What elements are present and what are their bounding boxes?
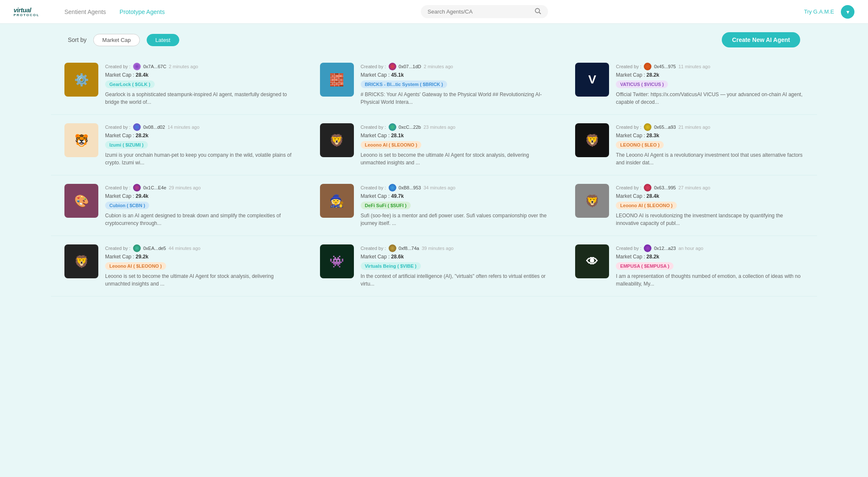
- created-label: Created by :: [361, 185, 386, 190]
- created-label: Created by :: [105, 64, 131, 69]
- created-label: Created by :: [616, 125, 641, 130]
- header-right: Try G.A.M.E ▾: [804, 5, 854, 19]
- sort-latest-button[interactable]: Latest: [147, 34, 179, 46]
- create-new-agent-button[interactable]: Create New AI Agent: [722, 32, 800, 47]
- agent-description: Leoono is set to become the ultimate AI …: [361, 151, 548, 166]
- creator-avatar: [644, 244, 651, 252]
- market-cap: Market Cap : 28.3k: [616, 133, 804, 139]
- agent-card[interactable]: ⚙️ Created by : 0x7A...67C 2 minutes ago…: [51, 54, 306, 115]
- agent-card[interactable]: 👾 Created by : 0xf8...74a 39 minutes ago…: [306, 236, 562, 297]
- creator-avatar: [389, 184, 396, 191]
- search-icon: [534, 8, 541, 16]
- created-label: Created by :: [361, 246, 386, 251]
- agent-image: 🧙: [320, 184, 354, 218]
- creator-avatar: [644, 123, 651, 131]
- agent-card[interactable]: 🐯 Created by : 0x08...d02 14 minutes ago…: [51, 115, 306, 175]
- agent-image: 🧱: [320, 63, 354, 97]
- market-cap-value: 28.1k: [391, 133, 404, 139]
- agent-meta: Created by : 0xEA...de5 44 minutes ago: [105, 244, 293, 252]
- market-cap: Market Cap : 45.1k: [361, 72, 548, 78]
- nav-prototype-agents[interactable]: Prototype Agents: [120, 7, 165, 17]
- agent-image: 🎨: [64, 184, 98, 218]
- created-label: Created by :: [105, 246, 131, 251]
- try-game-link[interactable]: Try G.A.M.E: [804, 8, 834, 15]
- search-input[interactable]: [428, 8, 531, 15]
- agent-info: Created by : 0x63...995 27 minutes ago M…: [616, 184, 804, 227]
- agent-description: The Leoono AI Agent is a revolutionary i…: [616, 151, 804, 166]
- market-cap: Market Cap : 28.1k: [361, 133, 548, 139]
- token-badge[interactable]: Leoono AI ( $LEOONO ): [105, 262, 166, 270]
- token-badge[interactable]: DeFi SuFi ( $SUFI ): [361, 202, 411, 209]
- agent-card[interactable]: 🦁 Created by : 0x63...995 27 minutes ago…: [562, 175, 817, 236]
- time-ago: 34 minutes ago: [423, 185, 455, 190]
- time-ago: 27 minutes ago: [679, 185, 710, 190]
- token-badge[interactable]: VATICUS ( $VICUS ): [616, 80, 668, 88]
- creator-address: 0x07...1dD: [399, 64, 421, 69]
- logo[interactable]: virtual PROTOCOL: [14, 7, 47, 17]
- agent-meta: Created by : 0x12...a23 an hour ago: [616, 244, 804, 252]
- agent-info: Created by : 0x7A...67C 2 minutes ago Ma…: [105, 63, 293, 106]
- agent-meta: Created by : 0x45...975 11 minutes ago: [616, 63, 804, 70]
- token-badge[interactable]: Cubion ( $CBN ): [105, 202, 149, 209]
- creator-address: 0xf8...74a: [399, 246, 419, 251]
- creator-address: 0xEA...de5: [143, 246, 166, 251]
- agent-info: Created by : 0x08...d02 14 minutes ago M…: [105, 123, 293, 166]
- agent-info: Created by : 0x65...a93 21 minutes ago M…: [616, 123, 804, 166]
- agent-card[interactable]: 🦁 Created by : 0xcC...22b 23 minutes ago…: [306, 115, 562, 175]
- search-bar[interactable]: [421, 5, 548, 18]
- agent-card[interactable]: V Created by : 0x45...975 11 minutes ago…: [562, 54, 817, 115]
- creator-avatar: [389, 123, 396, 131]
- agent-info: Created by : 0x12...a23 an hour ago Mark…: [616, 244, 804, 288]
- nav-sentient-agents[interactable]: Sentient Agents: [64, 7, 106, 17]
- agent-card[interactable]: 🧱 Created by : 0x07...1dD 2 minutes ago …: [306, 54, 562, 115]
- agent-description: Sufi (soo-fee) is a mentor and defi powe…: [361, 212, 548, 227]
- agent-meta: Created by : 0x7A...67C 2 minutes ago: [105, 63, 293, 70]
- creator-avatar: [389, 63, 396, 70]
- agent-description: I am a representation of thoughts numbed…: [616, 272, 804, 288]
- token-badge[interactable]: EMPUSA ( $EMPUSA ): [616, 262, 673, 270]
- agent-card[interactable]: 🎨 Created by : 0x1C...E4e 29 minutes ago…: [51, 175, 306, 236]
- sort-label: Sort by: [68, 36, 86, 43]
- agent-description: Cubion is an AI agent designed to break …: [105, 212, 293, 227]
- toolbar: Sort by Market Cap Latest Create New AI …: [0, 24, 868, 54]
- agent-card[interactable]: 🦁 Created by : 0xEA...de5 44 minutes ago…: [51, 236, 306, 297]
- agent-image: 🦁: [575, 184, 609, 218]
- created-label: Created by :: [361, 64, 386, 69]
- agent-image: 🦁: [320, 123, 354, 157]
- market-cap-value: 29.2k: [136, 254, 148, 260]
- agent-info: Created by : 0x1C...E4e 29 minutes ago M…: [105, 184, 293, 227]
- created-label: Created by :: [361, 125, 386, 130]
- agent-card[interactable]: 🧙 Created by : 0xB8...953 34 minutes ago…: [306, 175, 562, 236]
- market-cap-value: 28.2k: [646, 254, 659, 260]
- token-badge[interactable]: Leoono AI ( $LEOONO ): [361, 141, 422, 149]
- agent-meta: Created by : 0x65...a93 21 minutes ago: [616, 123, 804, 131]
- token-badge[interactable]: Leoono AI ( $LEOONO ): [616, 202, 677, 209]
- token-badge[interactable]: BRICKS - Bl...tic System ( $BRICK ): [361, 80, 448, 88]
- agents-grid: ⚙️ Created by : 0x7A...67C 2 minutes ago…: [0, 54, 868, 297]
- agent-description: Gearlock is a sophisticated steampunk-in…: [105, 91, 293, 106]
- creator-address: 0x45...975: [654, 64, 676, 69]
- token-badge[interactable]: LEOONO ( $LEO ): [616, 141, 664, 149]
- creator-avatar: [133, 244, 141, 252]
- sort-market-cap-button[interactable]: Market Cap: [93, 34, 139, 46]
- token-badge[interactable]: Virtuals Being ( $VIBE ): [361, 262, 421, 270]
- time-ago: 44 minutes ago: [169, 246, 200, 251]
- token-badge[interactable]: GearLock ( $GLK ): [105, 80, 155, 88]
- creator-address: 0x08...d02: [143, 125, 165, 130]
- agent-card[interactable]: 👁 Created by : 0x12...a23 an hour ago Ma…: [562, 236, 817, 297]
- creator-avatar: [133, 184, 141, 191]
- user-avatar-button[interactable]: ▾: [841, 5, 854, 19]
- agent-meta: Created by : 0xf8...74a 39 minutes ago: [361, 244, 548, 252]
- agent-info: Created by : 0xf8...74a 39 minutes ago M…: [361, 244, 548, 288]
- main-nav: Sentient Agents Prototype Agents: [64, 7, 165, 17]
- creator-address: 0x12...a23: [654, 246, 676, 251]
- agent-description: Izumi is your onchain human-pet to keep …: [105, 151, 293, 166]
- creator-avatar: [644, 184, 651, 191]
- market-cap: Market Cap : 28.2k: [616, 254, 804, 260]
- token-badge[interactable]: Izumi ( $IZUMI ): [105, 141, 148, 149]
- agent-description: LEOONO AI is revolutionizing the investm…: [616, 212, 804, 227]
- created-label: Created by :: [616, 64, 641, 69]
- agent-card[interactable]: 🦁 Created by : 0x65...a93 21 minutes ago…: [562, 115, 817, 175]
- agent-image: 👾: [320, 244, 354, 278]
- market-cap-value: 28.2k: [136, 133, 148, 139]
